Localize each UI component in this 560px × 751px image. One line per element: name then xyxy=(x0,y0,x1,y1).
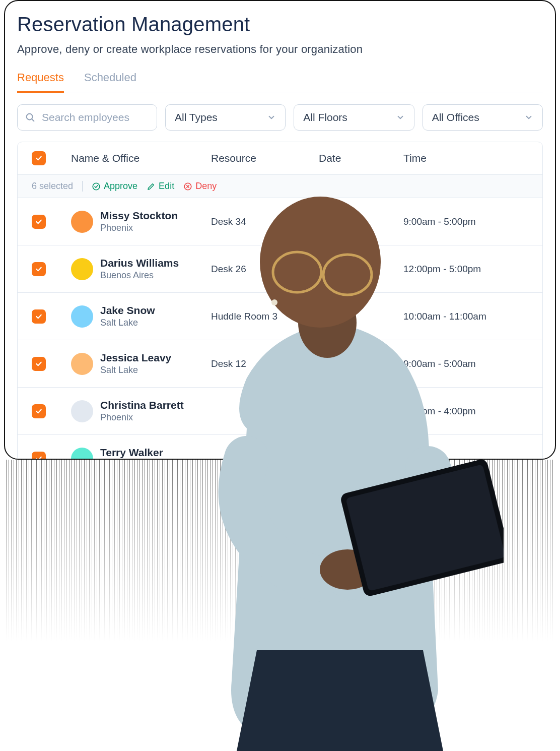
row-checkbox[interactable] xyxy=(32,452,46,460)
row-checkbox[interactable] xyxy=(32,404,46,418)
person-name: Terry Walker xyxy=(100,447,163,459)
deny-label: Deny xyxy=(195,181,217,192)
person-office: Salt Lake xyxy=(100,318,155,328)
tabs: Requests Scheduled xyxy=(17,71,543,93)
avatar xyxy=(71,353,93,375)
col-resource: Resource xyxy=(211,152,319,164)
col-time: Time xyxy=(403,152,528,164)
cell-time: 10:00am - 11:00am xyxy=(403,311,528,322)
selected-count: 6 selected xyxy=(32,181,83,192)
person-name: Jake Snow xyxy=(100,304,155,317)
filter-floors-label: All Floors xyxy=(303,111,347,123)
person-name: Christina Barrett xyxy=(100,399,184,411)
deny-button[interactable]: Deny xyxy=(183,181,217,192)
bulk-action-bar: 6 selected Approve Edit Deny xyxy=(18,175,542,198)
table-row[interactable]: Missy Stockton Phoenix Desk 34 9:00am - … xyxy=(18,198,542,245)
person-office: Phoenix xyxy=(100,412,184,423)
cell-resource: Desk 34 xyxy=(211,216,319,227)
search-icon xyxy=(25,112,36,123)
cell-time: 9:00am - 5:00am xyxy=(403,358,528,369)
table-row[interactable]: Jessica Leavy Salt Lake Desk 12 9:00am -… xyxy=(18,340,542,388)
table-row[interactable]: Darius Williams Buenos Aires Desk 26 12:… xyxy=(18,245,542,293)
row-checkbox[interactable] xyxy=(32,262,46,276)
edit-label: Edit xyxy=(159,181,174,192)
search-box[interactable] xyxy=(17,104,157,131)
card-shadow-lines xyxy=(6,460,554,641)
avatar xyxy=(71,258,93,280)
person-office: Buenos Aires xyxy=(100,270,179,281)
cell-time: - 1:00pm xyxy=(403,453,528,460)
cell-time: 2:00pm - 4:00pm xyxy=(403,406,528,417)
chevron-down-icon xyxy=(524,113,533,122)
check-circle-icon xyxy=(92,182,101,191)
avatar xyxy=(71,305,93,328)
avatar xyxy=(71,211,93,233)
table-header: Name & Office Resource Date Time xyxy=(18,142,542,175)
chevron-down-icon xyxy=(267,113,276,122)
filter-bar: All Types All Floors All Offices xyxy=(17,104,543,131)
cell-time: 12:00pm - 5:00pm xyxy=(403,264,528,275)
tab-scheduled[interactable]: Scheduled xyxy=(84,71,136,93)
filter-types-label: All Types xyxy=(175,111,218,123)
svg-point-2 xyxy=(93,183,100,190)
edit-button[interactable]: Edit xyxy=(147,181,174,192)
chevron-down-icon xyxy=(396,113,405,122)
person-name: Jessica Leavy xyxy=(100,352,171,364)
filter-offices-label: All Offices xyxy=(432,111,479,123)
col-date: Date xyxy=(319,152,403,164)
table-row[interactable]: Jake Snow Salt Lake Huddle Room 3 10:00a… xyxy=(18,293,542,340)
avatar xyxy=(71,448,93,460)
person-name: Darius Williams xyxy=(100,257,179,269)
col-name: Name & Office xyxy=(71,152,211,164)
tab-requests[interactable]: Requests xyxy=(17,71,64,93)
row-checkbox[interactable] xyxy=(32,357,46,371)
search-input[interactable] xyxy=(42,111,150,123)
pencil-icon xyxy=(147,182,156,191)
filter-offices[interactable]: All Offices xyxy=(423,104,543,131)
approve-label: Approve xyxy=(104,181,137,192)
cell-resource: Desk 12 xyxy=(211,358,319,369)
cell-resource: Huddle Room 3 xyxy=(211,311,319,322)
select-all-checkbox[interactable] xyxy=(32,151,46,165)
approve-button[interactable]: Approve xyxy=(92,181,137,192)
page-title: Reservation Management xyxy=(17,13,543,36)
reservation-card: Reservation Management Approve, deny or … xyxy=(4,0,556,460)
cell-time: 9:00am - 5:00pm xyxy=(403,216,528,227)
person-name: Missy Stockton xyxy=(100,210,178,222)
person-office: Phoenix xyxy=(100,223,178,233)
svg-line-1 xyxy=(32,119,34,121)
person-office: Salt Lake xyxy=(100,365,171,376)
cell-resource: Desk 26 xyxy=(211,264,319,275)
reservations-table: Name & Office Resource Date Time 6 selec… xyxy=(17,142,543,460)
table-row[interactable]: Christina Barrett Phoenix 2:00pm - 4:00p… xyxy=(18,388,542,435)
filter-floors[interactable]: All Floors xyxy=(294,104,414,131)
row-checkbox[interactable] xyxy=(32,309,46,324)
row-checkbox[interactable] xyxy=(32,215,46,229)
filter-types[interactable]: All Types xyxy=(165,104,286,131)
page-subtitle: Approve, deny or create workplace reserv… xyxy=(17,43,543,56)
table-row[interactable]: Terry Walker Phoenix - 1:00pm xyxy=(18,435,542,460)
avatar xyxy=(71,400,93,422)
x-circle-icon xyxy=(183,182,192,191)
